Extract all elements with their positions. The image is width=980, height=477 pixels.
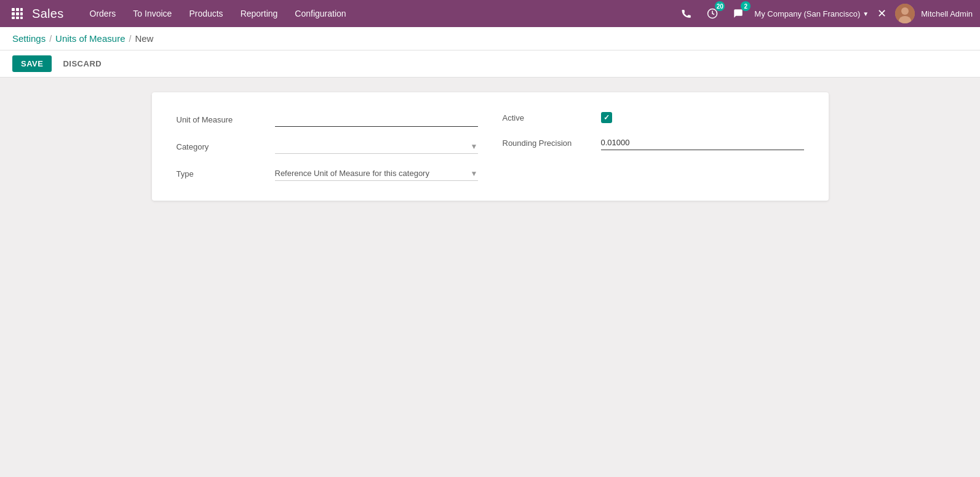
activity-icon[interactable]: 20 [703,4,722,23]
messages-icon[interactable]: 2 [728,4,748,23]
topnav-right: 20 2 My Company (San Francisco) ▼ ✕ Mitc… [677,4,973,23]
active-row: Active [503,112,804,123]
rounding-precision-field [601,135,804,150]
form-right: Active Rounding Precision [503,112,804,181]
menu-products[interactable]: Products [181,5,230,22]
type-label: Type [177,169,275,178]
svg-rect-3 [12,12,15,15]
unit-of-measure-label: Unit of Measure [177,115,275,124]
unit-of-measure-field [275,112,478,127]
svg-rect-7 [16,17,19,19]
menu-orders[interactable]: Orders [82,5,124,22]
type-select[interactable]: Reference Unit of Measure for this categ… [275,166,478,181]
menu-configuration[interactable]: Configuration [287,5,353,22]
active-field [601,112,804,123]
activity-badge: 20 [715,1,725,11]
active-label: Active [503,113,601,122]
discard-button[interactable]: DISCARD [57,55,108,72]
svg-rect-0 [12,8,15,11]
company-dropdown-arrow: ▼ [862,10,869,17]
company-name: My Company (San Francisco) [754,9,860,18]
toolbar: SAVE DISCARD [0,50,980,78]
close-icon[interactable]: ✕ [875,4,889,23]
svg-rect-6 [12,17,15,19]
messages-badge: 2 [741,1,751,11]
unit-of-measure-row: Unit of Measure [177,112,478,127]
svg-rect-5 [20,12,23,15]
company-switcher[interactable]: My Company (San Francisco) ▼ [754,9,869,18]
rounding-precision-row: Rounding Precision [503,135,804,150]
type-select-wrapper: Reference Unit of Measure for this categ… [275,166,478,181]
username[interactable]: Mitchell Admin [921,9,973,18]
apps-grid-icon[interactable] [7,4,27,23]
rounding-precision-label: Rounding Precision [503,138,601,148]
save-button[interactable]: SAVE [12,55,52,72]
form-grid: Unit of Measure Category ▼ [177,112,804,181]
unit-of-measure-input[interactable] [275,112,478,127]
breadcrumb-sep-1: / [49,34,52,44]
category-row: Category ▼ [177,139,478,154]
breadcrumb-sep-2: / [129,34,131,44]
avatar[interactable] [895,4,915,23]
svg-rect-4 [16,12,19,15]
menu-reporting[interactable]: Reporting [233,5,285,22]
breadcrumb-settings[interactable]: Settings [12,33,46,44]
menu-to-invoice[interactable]: To Invoice [125,5,179,22]
svg-point-11 [901,7,909,15]
app-name: Sales [32,7,64,21]
active-checkbox[interactable] [601,112,612,123]
main-content: Unit of Measure Category ▼ [0,78,980,215]
svg-rect-8 [20,17,23,19]
rounding-precision-input[interactable] [601,135,804,150]
type-row: Type Reference Unit of Measure for this … [177,166,478,181]
phone-icon[interactable] [677,4,696,23]
breadcrumb-current: New [135,33,153,44]
category-select-wrapper: ▼ [275,139,478,154]
top-navigation: Sales Orders To Invoice Products Reporti… [0,0,980,27]
svg-rect-2 [20,8,23,11]
breadcrumb: Settings / Units of Measure / New [0,27,980,50]
form-card: Unit of Measure Category ▼ [152,92,829,201]
form-left: Unit of Measure Category ▼ [177,112,478,181]
svg-rect-1 [16,8,19,11]
category-label: Category [177,142,275,151]
main-menu: Orders To Invoice Products Reporting Con… [82,5,677,22]
category-select[interactable] [275,139,478,154]
breadcrumb-units[interactable]: Units of Measure [55,33,125,44]
